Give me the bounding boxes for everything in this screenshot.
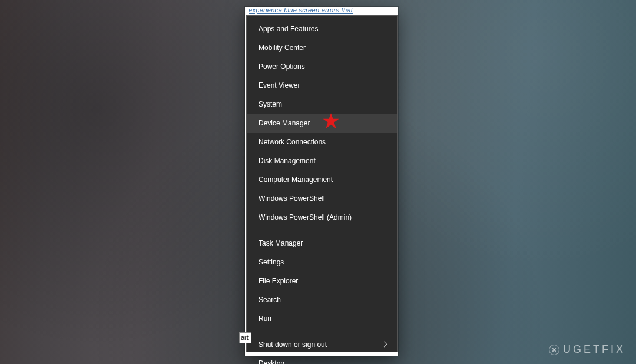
- screenshot-panel: experience blue screen errors that Apps …: [245, 7, 398, 356]
- desktop-background: experience blue screen errors that Apps …: [0, 0, 636, 364]
- menu-item-label: Apps and Features: [259, 25, 318, 33]
- star-icon: [322, 112, 340, 130]
- menu-item-label: Mobility Center: [259, 44, 306, 52]
- menu-item-label: Windows PowerShell: [259, 194, 325, 203]
- menu-item-network-connections[interactable]: Network Connections: [247, 133, 398, 151]
- chevron-right-icon: [381, 341, 388, 348]
- menu-item-label: Task Manager: [259, 239, 303, 247]
- menu-item-label: Desktop: [259, 359, 284, 364]
- menu-item-event-viewer[interactable]: Event Viewer: [247, 76, 398, 95]
- menu-item-desktop[interactable]: Desktop: [247, 354, 398, 364]
- menu-item-label: Computer Management: [259, 176, 333, 184]
- menu-item-file-explorer[interactable]: File Explorer: [247, 272, 398, 290]
- menu-item-label: File Explorer: [259, 277, 298, 285]
- menu-item-label: Network Connections: [259, 138, 326, 146]
- menu-item-power-options[interactable]: Power Options: [247, 57, 398, 76]
- menu-item-label: Run: [259, 315, 271, 323]
- start-tooltip: art: [239, 332, 251, 343]
- menu-group-1: Apps and Features Mobility Center Power …: [247, 16, 398, 227]
- menu-item-apps-and-features[interactable]: Apps and Features: [247, 19, 398, 38]
- menu-item-label: Settings: [259, 258, 284, 266]
- menu-item-windows-powershell-admin[interactable]: Windows PowerShell (Admin): [247, 208, 398, 227]
- menu-item-label: Event Viewer: [259, 81, 300, 90]
- menu-item-label: Power Options: [259, 62, 305, 71]
- menu-item-settings[interactable]: Settings: [247, 253, 398, 272]
- menu-item-disk-management[interactable]: Disk Management: [247, 151, 398, 170]
- svg-marker-0: [323, 113, 339, 128]
- menu-item-search[interactable]: Search: [247, 290, 398, 309]
- menu-item-run[interactable]: Run: [247, 309, 398, 328]
- menu-item-label: Device Manager: [259, 119, 310, 127]
- menu-item-label: Search: [259, 296, 281, 304]
- menu-item-label: Shut down or sign out: [259, 340, 327, 349]
- menu-group-3: Shut down or sign out Desktop: [247, 335, 398, 364]
- menu-item-label: Disk Management: [259, 157, 316, 165]
- menu-item-label: System: [259, 100, 282, 108]
- wrench-icon: [549, 345, 559, 355]
- menu-item-device-manager[interactable]: Device Manager: [247, 114, 398, 133]
- menu-group-2: Task Manager Settings File Explorer Sear…: [247, 234, 398, 328]
- watermark-text: UGETFIX: [563, 343, 625, 356]
- menu-item-windows-powershell[interactable]: Windows PowerShell: [247, 189, 398, 208]
- menu-item-mobility-center[interactable]: Mobility Center: [247, 38, 398, 57]
- menu-item-shut-down-or-sign-out[interactable]: Shut down or sign out: [247, 335, 398, 354]
- background-article-text: experience blue screen errors that: [245, 7, 398, 15]
- menu-item-task-manager[interactable]: Task Manager: [247, 234, 398, 253]
- winx-power-user-menu: Apps and Features Mobility Center Power …: [246, 15, 398, 352]
- watermark: UGETFIX: [549, 343, 625, 356]
- menu-item-label: Windows PowerShell (Admin): [259, 213, 352, 221]
- menu-item-computer-management[interactable]: Computer Management: [247, 170, 398, 189]
- menu-item-system[interactable]: System: [247, 95, 398, 114]
